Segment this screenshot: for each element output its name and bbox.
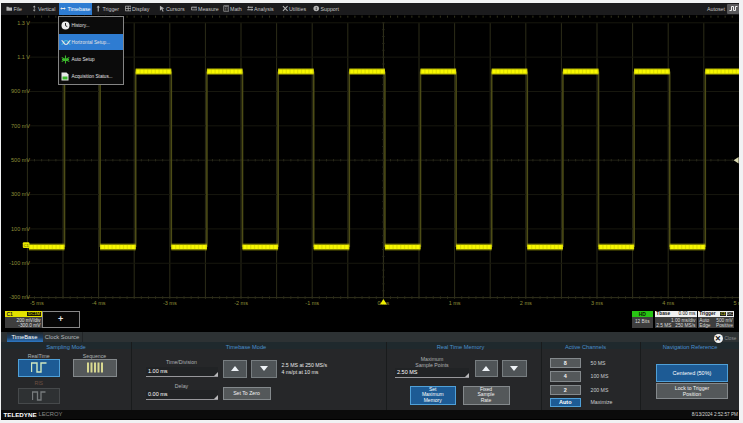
svg-text:2 ms: 2 ms	[520, 300, 532, 306]
svg-text:3 ms: 3 ms	[591, 300, 603, 306]
svg-text:500 mV: 500 mV	[11, 157, 30, 163]
svg-text:5 ms: 5 ms	[733, 300, 739, 306]
svg-text:100 mV: 100 mV	[11, 225, 30, 231]
svg-text:700 mV: 700 mV	[11, 122, 30, 128]
svg-text:C1: C1	[24, 242, 30, 247]
svg-text:-3 ms: -3 ms	[163, 300, 177, 306]
svg-text:-5 ms: -5 ms	[30, 300, 44, 306]
svg-text:-4 ms: -4 ms	[92, 300, 106, 306]
svg-text:-2 ms: -2 ms	[234, 300, 248, 306]
svg-text:1 ms: 1 ms	[449, 300, 461, 306]
svg-text:900 mV: 900 mV	[11, 88, 30, 94]
svg-text:4 ms: 4 ms	[662, 300, 674, 306]
svg-text:1.1 V: 1.1 V	[17, 53, 30, 59]
svg-text:1.3 V: 1.3 V	[17, 19, 30, 25]
svg-text:-100 mV: -100 mV	[9, 260, 30, 266]
svg-text:-300 mV: -300 mV	[9, 294, 30, 300]
svg-text:300 mV: 300 mV	[11, 191, 30, 197]
svg-text:-1 ms: -1 ms	[305, 300, 319, 306]
